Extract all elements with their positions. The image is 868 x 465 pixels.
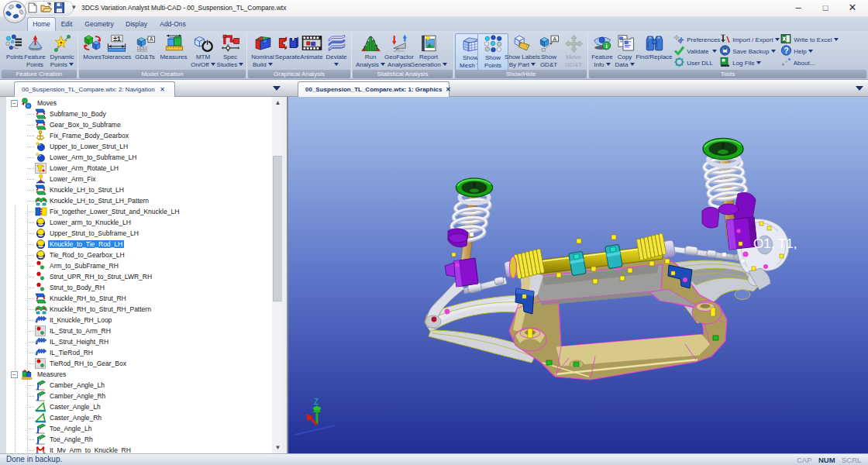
svg-text:O1, T1,: O1, T1, bbox=[753, 236, 797, 251]
svg-text:?: ? bbox=[784, 46, 788, 55]
svg-text:±1: ±1 bbox=[113, 35, 121, 43]
svg-text:Z: Z bbox=[314, 398, 319, 406]
svg-text:A: A bbox=[553, 36, 556, 42]
